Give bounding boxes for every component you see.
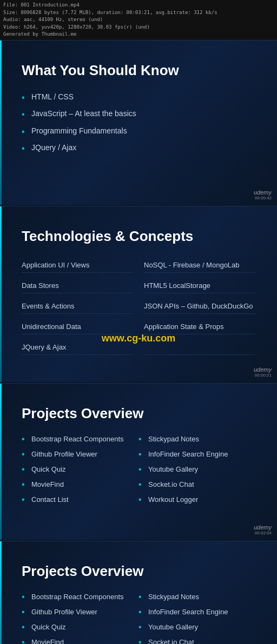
udemy-watermark-3: udemy 00:02:04 <box>254 524 272 535</box>
slide-4-proj-cols: Bootstrap React Components Github Profil… <box>22 593 255 645</box>
proj4-quiz: Quick Quiz <box>22 623 138 631</box>
video-info-line1: File: 001 Introduction.mp4 <box>3 2 274 9</box>
slide-3: Projects Overview Bootstrap React Compon… <box>0 383 277 540</box>
udemy-watermark-2: udemy 00:00:21 <box>254 366 272 378</box>
proj3-socket: Socket.io Chat <box>138 480 255 488</box>
proj3-quiz: Quick Quiz <box>22 465 138 473</box>
video-info-line4: Video: h264, yuv420p, 1280x720, 30.03 fp… <box>3 24 274 31</box>
slide-1: What You Should Know HTML / CSS JavaScri… <box>0 40 277 205</box>
udemy-text-2: udemy <box>254 366 272 373</box>
proj4-moviefind: MovieFind <box>22 638 138 645</box>
slide-3-col2: Stickypad Notes InfoFinder Search Engine… <box>138 435 255 511</box>
proj4-bootstrap: Bootstrap React Components <box>22 593 138 601</box>
cg-ku-watermark: www.cg-ku.com <box>102 333 175 344</box>
bullet-jquery: JQuery / Ajax <box>22 143 255 153</box>
tech-app-state: Application State & Props <box>144 319 255 334</box>
video-info-bar: File: 001 Introduction.mp4 Size: 8096828… <box>0 0 277 40</box>
slide-2: Technologies & Concepts Application UI /… <box>0 206 277 382</box>
slide-3-col1: Bootstrap React Components Github Profil… <box>22 435 138 511</box>
tech-data-stores: Data Stores <box>22 278 133 293</box>
tech-app-ui: Application UI / Views <box>22 258 133 273</box>
video-info-line5: Generated by Thumbnail.me <box>3 31 274 38</box>
proj4-github: Github Profile Viewer <box>22 608 138 616</box>
slide-1-title: What You Should Know <box>22 62 255 79</box>
proj4-youtube: Youtube Gallery <box>138 623 255 631</box>
video-info-line2: Size: 8096828 bytes (7.72 MiB), duration… <box>3 9 274 17</box>
slide-4-col2: Stickypad Notes InfoFinder Search Engine… <box>138 593 255 645</box>
udemy-counter-2: 00:00:21 <box>255 373 272 378</box>
bullet-programming: Programming Fundamentals <box>22 126 255 137</box>
slide-2-title: Technologies & Concepts <box>22 228 255 245</box>
tech-json: JSON APIs – Github, DuckDuckGo <box>144 299 255 314</box>
tech-unidirectional: Unidirectional Data <box>22 319 133 334</box>
proj4-socket: Socket.io Chat <box>138 638 255 645</box>
tech-nosql: NoSQL - Firebase / MongoLab <box>144 258 255 273</box>
slide-4: Projects Overview Bootstrap React Compon… <box>0 541 277 645</box>
slide-3-proj-cols: Bootstrap React Components Github Profil… <box>22 435 255 511</box>
proj3-moviefind: MovieFind <box>22 480 138 488</box>
slide-4-col1: Bootstrap React Components Github Profil… <box>22 593 138 645</box>
udemy-watermark-1: udemy 00:00:42 <box>254 189 272 200</box>
tech-html5: HTML5 LocalStorage <box>144 278 255 293</box>
proj4-infofinder: InfoFinder Search Engine <box>138 608 255 616</box>
bullet-javascript: JavaScript – At least the basics <box>22 109 255 119</box>
slide-1-bullet-list: HTML / CSS JavaScript – At least the bas… <box>22 92 255 153</box>
udemy-text-1: udemy <box>254 189 272 196</box>
slide-3-title: Projects Overview <box>22 405 255 422</box>
proj3-contact: Contact List <box>22 495 138 504</box>
proj3-stickypad: Stickypad Notes <box>138 435 255 443</box>
tech-events: Events & Actions <box>22 299 133 314</box>
slide-4-title: Projects Overview <box>22 563 255 580</box>
proj3-github: Github Profile Viewer <box>22 450 138 458</box>
bullet-html-css: HTML / CSS <box>22 92 255 103</box>
udemy-text-3: udemy <box>254 524 272 531</box>
proj3-infofinder: InfoFinder Search Engine <box>138 450 255 458</box>
proj3-workout: Workout Logger <box>138 495 255 504</box>
udemy-counter-1: 00:00:42 <box>255 196 272 200</box>
proj3-youtube: Youtube Gallery <box>138 465 255 473</box>
video-info-line3: Audio: aac, 44100 Hz, stereo (und) <box>3 16 274 24</box>
proj3-bootstrap: Bootstrap React Components <box>22 435 138 443</box>
udemy-counter-3: 00:02:04 <box>255 531 272 535</box>
proj4-stickypad: Stickypad Notes <box>138 593 255 601</box>
